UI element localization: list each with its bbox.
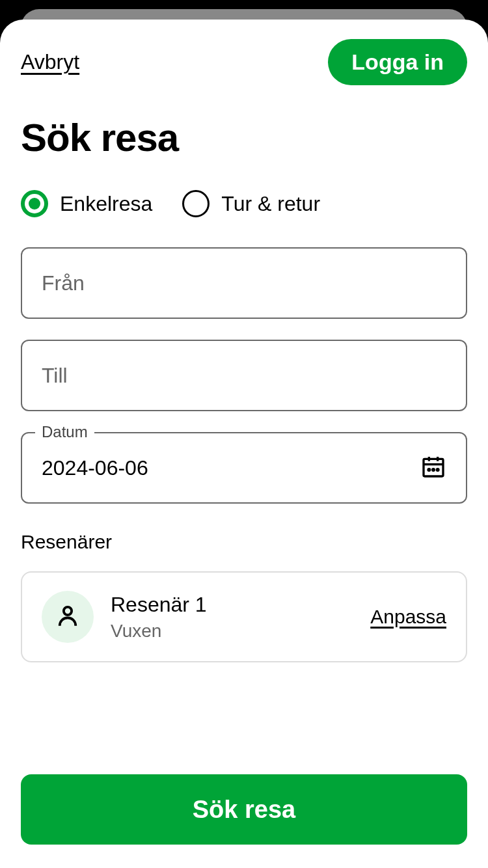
search-button[interactable]: Sök resa	[21, 774, 467, 845]
svg-point-4	[428, 469, 430, 471]
cancel-button[interactable]: Avbryt	[21, 50, 79, 74]
spacer	[21, 662, 467, 774]
person-icon	[54, 602, 81, 632]
traveller-card: Resenär 1 Vuxen Anpassa	[21, 571, 467, 662]
header-row: Avbryt Logga in	[21, 39, 467, 85]
traveller-title: Resenär 1	[111, 593, 353, 617]
calendar-icon	[420, 454, 446, 482]
login-button[interactable]: Logga in	[328, 39, 467, 85]
svg-point-7	[64, 607, 72, 615]
date-value: 2024-06-06	[42, 456, 148, 480]
radio-dot-icon	[29, 198, 40, 210]
date-field: Datum 2024-06-06	[21, 432, 467, 504]
traveller-info: Resenär 1 Vuxen	[111, 593, 353, 642]
from-field-wrap	[21, 247, 467, 319]
traveller-subtitle: Vuxen	[111, 621, 353, 642]
customize-button[interactable]: Anpassa	[370, 606, 446, 628]
avatar	[42, 591, 94, 643]
radio-one-way[interactable]: Enkelresa	[21, 190, 152, 217]
date-input[interactable]: 2024-06-06	[21, 432, 467, 504]
travellers-section-label: Resenärer	[21, 531, 467, 553]
trip-type-group: Enkelresa Tur & retur	[21, 190, 467, 217]
svg-rect-0	[424, 459, 443, 476]
radio-round-trip-label: Tur & retur	[221, 192, 320, 216]
svg-point-6	[437, 469, 439, 471]
to-field-wrap	[21, 340, 467, 411]
radio-one-way-label: Enkelresa	[60, 192, 152, 216]
radio-selected-icon	[21, 190, 48, 217]
to-input[interactable]	[21, 340, 467, 411]
page-title: Sök resa	[21, 115, 467, 160]
radio-unselected-icon	[182, 190, 210, 217]
svg-point-5	[433, 469, 435, 471]
radio-round-trip[interactable]: Tur & retur	[182, 190, 320, 217]
from-input[interactable]	[21, 247, 467, 319]
search-sheet: Avbryt Logga in Sök resa Enkelresa Tur &…	[0, 20, 488, 868]
date-label: Datum	[35, 423, 94, 441]
